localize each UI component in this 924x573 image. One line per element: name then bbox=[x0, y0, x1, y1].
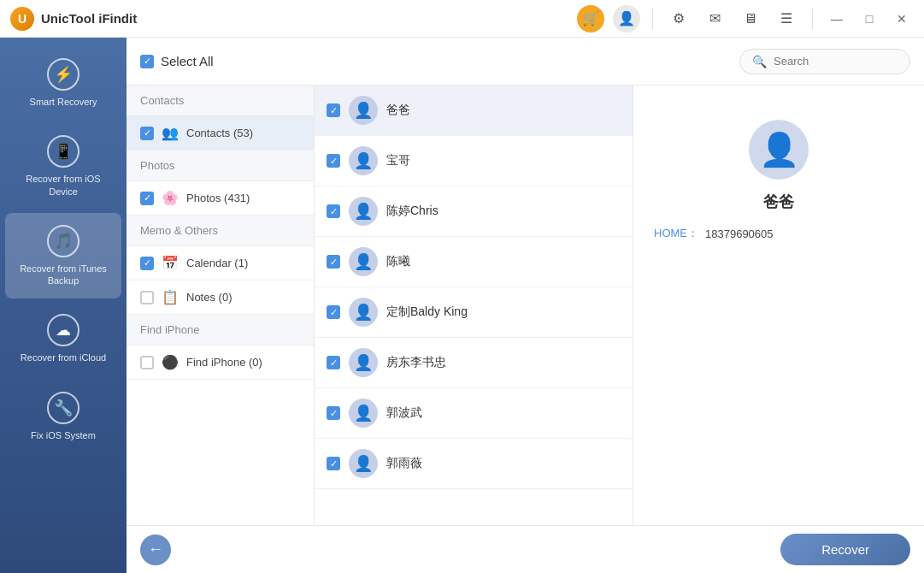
contact-checkbox-4[interactable]: ✓ bbox=[327, 255, 340, 269]
contact-checkbox-7[interactable]: ✓ bbox=[327, 406, 340, 420]
bottom-bar: ← Recover bbox=[127, 525, 924, 573]
settings-icon[interactable]: ⚙ bbox=[665, 5, 692, 32]
detail-info: HOME： 18379690605 bbox=[654, 226, 903, 248]
back-button[interactable]: ← bbox=[140, 535, 171, 565]
app-body: ⚡ Smart Recovery 📱 Recover from iOS Devi… bbox=[0, 38, 924, 573]
contacts-checkbox[interactable]: ✓ bbox=[140, 127, 154, 140]
sidebar-label-recover-ios: Recover from iOS Device bbox=[12, 173, 115, 198]
contact-item-6[interactable]: ✓ 👤 房东李书忠 bbox=[315, 338, 633, 388]
contact-item-4[interactable]: ✓ 👤 陈曦 bbox=[315, 237, 633, 287]
select-all-checkbox[interactable]: ✓ Select All bbox=[140, 54, 214, 68]
titlebar-icons: 🛒 👤 ⚙ ✉ 🖥 ☰ — □ ✕ bbox=[577, 5, 914, 32]
section-header-contacts: Contacts bbox=[127, 86, 314, 116]
app-logo: U UnicTool iFindit bbox=[10, 7, 137, 31]
contact-checkbox-5[interactable]: ✓ bbox=[327, 305, 340, 319]
find-iphone-icon: ⚫ bbox=[161, 354, 180, 370]
title-bar: U UnicTool iFindit 🛒 👤 ⚙ ✉ 🖥 ☰ — □ ✕ bbox=[0, 0, 924, 38]
photos-icon: 🌸 bbox=[161, 190, 180, 206]
recover-itunes-icon: 🎵 bbox=[47, 225, 79, 257]
category-item-photos[interactable]: ✓ 🌸 Photos (431) bbox=[127, 181, 314, 216]
photos-checkbox[interactable]: ✓ bbox=[140, 192, 154, 205]
calendar-label: Calendar (1) bbox=[186, 257, 300, 269]
notes-label: Notes (0) bbox=[186, 291, 300, 304]
minimize-button[interactable]: — bbox=[825, 7, 849, 31]
contact-avatar-8: 👤 bbox=[349, 449, 378, 478]
sidebar-label-smart-recovery: Smart Recovery bbox=[30, 96, 97, 108]
maximize-button[interactable]: □ bbox=[857, 7, 881, 31]
section-header-find-iphone: Find iPhone bbox=[127, 315, 314, 346]
search-input[interactable] bbox=[774, 55, 893, 68]
smart-recovery-icon: ⚡ bbox=[47, 58, 79, 91]
contact-item-3[interactable]: ✓ 👤 陈婷Chris bbox=[315, 186, 633, 237]
sidebar-item-fix-ios[interactable]: 🔧 Fix iOS System bbox=[5, 380, 121, 453]
search-box[interactable]: 🔍 bbox=[739, 49, 910, 74]
recover-button[interactable]: Recover bbox=[780, 534, 910, 565]
shop-icon[interactable]: 🛒 bbox=[577, 5, 604, 32]
account-icon[interactable]: 👤 bbox=[613, 5, 640, 32]
contact-avatar-3: 👤 bbox=[349, 197, 378, 226]
divider2 bbox=[812, 9, 813, 29]
sidebar-item-recover-icloud[interactable]: ☁ Recover from iCloud bbox=[5, 302, 121, 375]
sidebar-item-recover-ios[interactable]: 📱 Recover from iOS Device bbox=[5, 123, 121, 210]
contact-checkbox-6[interactable]: ✓ bbox=[327, 356, 340, 369]
top-bar: ✓ Select All 🔍 bbox=[127, 38, 924, 86]
back-icon: ← bbox=[148, 541, 163, 558]
find-iphone-checkbox[interactable] bbox=[140, 356, 154, 369]
category-item-contacts[interactable]: ✓ 👥 Contacts (53) bbox=[127, 116, 314, 151]
find-iphone-label: Find iPhone (0) bbox=[186, 356, 300, 369]
contact-name-7: 郭波武 bbox=[386, 405, 422, 421]
contact-item-7[interactable]: ✓ 👤 郭波武 bbox=[315, 388, 633, 439]
select-all-label: Select All bbox=[161, 54, 214, 68]
contact-item-5[interactable]: ✓ 👤 定制Baldy King bbox=[315, 287, 633, 338]
sidebar-item-smart-recovery[interactable]: ⚡ Smart Recovery bbox=[5, 46, 121, 120]
notes-checkbox[interactable] bbox=[140, 291, 154, 304]
sidebar-item-recover-itunes[interactable]: 🎵 Recover from iTunes Backup bbox=[5, 213, 121, 299]
contact-avatar-2: 👤 bbox=[349, 146, 378, 175]
search-icon: 🔍 bbox=[752, 55, 767, 68]
mail-icon[interactable]: ✉ bbox=[701, 5, 728, 32]
contact-name-8: 郭雨薇 bbox=[386, 456, 422, 471]
select-all-checkbox-box[interactable]: ✓ bbox=[140, 55, 154, 68]
contact-checkbox-1[interactable]: ✓ bbox=[327, 103, 340, 117]
contact-avatar-1: 👤 bbox=[349, 96, 378, 125]
detail-phone-row: HOME： 18379690605 bbox=[654, 226, 903, 241]
contact-name-5: 定制Baldy King bbox=[386, 304, 468, 320]
screen-icon[interactable]: 🖥 bbox=[737, 5, 764, 32]
contacts-icon: 👥 bbox=[161, 125, 180, 141]
sidebar-label-recover-itunes: Recover from iTunes Backup bbox=[12, 263, 115, 287]
contact-item-2[interactable]: ✓ 👤 宝哥 bbox=[315, 136, 633, 186]
contact-name-4: 陈曦 bbox=[386, 254, 410, 269]
detail-phone-label: HOME： bbox=[654, 226, 698, 241]
category-item-calendar[interactable]: ✓ 📅 Calendar (1) bbox=[127, 246, 314, 281]
divider bbox=[652, 9, 653, 29]
category-item-notes[interactable]: 📋 Notes (0) bbox=[127, 281, 314, 315]
calendar-icon: 📅 bbox=[161, 255, 180, 271]
detail-avatar: 👤 bbox=[749, 120, 809, 180]
contacts-label: Contacts (53) bbox=[186, 127, 300, 139]
category-item-find-iphone[interactable]: ⚫ Find iPhone (0) bbox=[127, 346, 314, 380]
recover-ios-icon: 📱 bbox=[47, 135, 79, 168]
detail-panel: 👤 爸爸 HOME： 18379690605 bbox=[633, 86, 924, 525]
section-header-memo: Memo & Others bbox=[127, 216, 314, 246]
contact-item-1[interactable]: ✓ 👤 爸爸 bbox=[315, 86, 633, 136]
contact-checkbox-2[interactable]: ✓ bbox=[327, 154, 340, 168]
fix-ios-icon: 🔧 bbox=[47, 392, 79, 424]
section-header-photos: Photos bbox=[127, 151, 314, 181]
contact-name-2: 宝哥 bbox=[386, 153, 410, 168]
contact-checkbox-8[interactable]: ✓ bbox=[327, 457, 340, 470]
recover-icloud-icon: ☁ bbox=[47, 314, 79, 346]
content-area: Contacts ✓ 👥 Contacts (53) Photos ✓ 🌸 Ph… bbox=[127, 86, 924, 525]
app-name: UnicTool iFindit bbox=[41, 11, 137, 26]
contact-name-1: 爸爸 bbox=[386, 103, 410, 118]
logo-icon: U bbox=[10, 7, 34, 31]
detail-name: 爸爸 bbox=[763, 192, 794, 212]
main-content: ✓ Select All 🔍 Contacts ✓ 👥 Contacts (53… bbox=[127, 38, 924, 573]
contact-name-3: 陈婷Chris bbox=[386, 204, 438, 219]
contact-item-8[interactable]: ✓ 👤 郭雨薇 bbox=[315, 439, 633, 489]
close-button[interactable]: ✕ bbox=[890, 7, 914, 31]
menu-icon[interactable]: ☰ bbox=[773, 5, 800, 32]
calendar-checkbox[interactable]: ✓ bbox=[140, 257, 154, 270]
sidebar-label-recover-icloud: Recover from iCloud bbox=[21, 351, 106, 363]
contact-checkbox-3[interactable]: ✓ bbox=[327, 204, 340, 218]
sidebar-label-fix-ios: Fix iOS System bbox=[31, 429, 96, 441]
